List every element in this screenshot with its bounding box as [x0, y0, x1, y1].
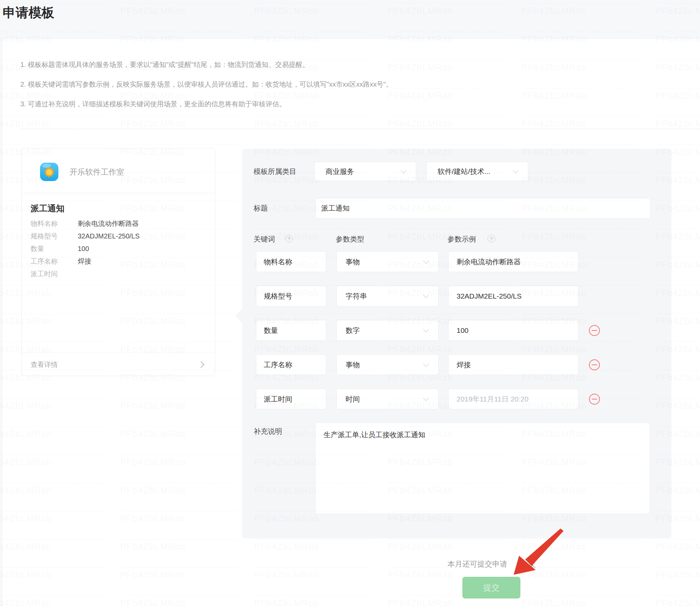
- field-label: 物料名称: [31, 219, 78, 228]
- remove-row-button[interactable]: [589, 325, 600, 336]
- view-detail-link[interactable]: 查看详情: [31, 353, 58, 376]
- keyword-input[interactable]: 规格型号: [256, 286, 326, 306]
- keyword-value: 数量: [264, 326, 278, 335]
- preview-field-row: 物料名称 剩余电流动作断路器: [31, 217, 207, 230]
- preview-field-row: 规格型号 32ADJM2EL-250/LS: [31, 230, 207, 243]
- chevron-down-icon: [423, 395, 429, 401]
- param-example-value: 剩余电流动作断路器: [457, 257, 521, 267]
- field-value: 100: [78, 245, 89, 253]
- field-label: 数量: [31, 244, 78, 253]
- param-type-value: 字符串: [346, 291, 367, 301]
- param-type-value: 时间: [346, 394, 360, 404]
- param-example-placeholder: 2019年11月11日 20:20: [457, 394, 529, 404]
- notes-textarea[interactable]: 生产派工单,让员工接收派工通知: [315, 423, 650, 514]
- keyword-input[interactable]: 物料名称: [256, 251, 326, 272]
- keyword-input[interactable]: 工序名称: [256, 354, 326, 375]
- param-type-value: 数字: [346, 326, 360, 335]
- field-label: 规格型号: [31, 232, 78, 241]
- param-example-value: 32ADJM2EL-250/LS: [457, 292, 521, 300]
- keyword-value: 工序名称: [264, 360, 292, 370]
- notes-value: 生产派工单,让员工接收派工通知: [324, 430, 425, 440]
- preview-field-row: 派工时间: [31, 268, 207, 280]
- param-type-select[interactable]: 事物: [336, 251, 439, 272]
- remove-row-button[interactable]: [589, 359, 600, 370]
- param-example-input[interactable]: 32ADJM2EL-250/LS: [448, 286, 578, 306]
- chevron-down-icon: [423, 326, 429, 332]
- field-label: 派工时间: [31, 269, 78, 279]
- param-example-input[interactable]: 焊接: [448, 354, 578, 375]
- card-divider: [22, 193, 215, 193]
- template-form-panel: 模板所属类目 商业服务 软件/建站/技术... 标题 派工通知 关键词 ? 参数…: [242, 149, 671, 538]
- preview-field-row: 工序名称 焊接: [31, 255, 207, 268]
- app-name: 开乐软件工作室: [70, 162, 124, 181]
- keyword-help-icon[interactable]: ?: [285, 235, 293, 243]
- chevron-down-icon: [513, 167, 519, 173]
- instruction-line-2: 2. 模板关键词需填写参数示例，反映实际服务场景，以便审核人员评估通过。如：收货…: [20, 80, 530, 89]
- param-example-value: 焊接: [457, 360, 471, 370]
- param-type-select[interactable]: 事物: [336, 354, 439, 375]
- param-type-select[interactable]: 字符串: [336, 286, 439, 306]
- app-logo-sun-icon: [40, 162, 59, 181]
- field-label: 工序名称: [31, 257, 78, 266]
- quota-text-prefix: 本月还可提交申请: [447, 559, 507, 570]
- notes-label: 补充说明: [254, 427, 282, 436]
- param-type-select[interactable]: 数字: [336, 320, 439, 341]
- quota-text-suffix: 次: [528, 559, 536, 570]
- page-title: 申请模板: [3, 4, 54, 21]
- page: 申请模板 1. 模板标题需体现具体的服务场景，要求以"通知"或"提醒"结尾，如：…: [0, 0, 700, 606]
- param-example-value: 100: [457, 326, 468, 335]
- panel-callout-notch: [235, 308, 242, 323]
- help-glyph: ?: [490, 236, 493, 242]
- param-type-column-header: 参数类型: [336, 234, 364, 244]
- title-label: 标题: [254, 198, 268, 218]
- chevron-down-icon: [401, 167, 407, 173]
- keyword-value: 规格型号: [264, 291, 292, 301]
- keyword-column-header: 关键词: [254, 234, 275, 244]
- title-input[interactable]: 派工通知: [315, 198, 650, 218]
- category-primary-select[interactable]: 商业服务: [314, 162, 416, 181]
- section-divider: [20, 129, 700, 129]
- category-secondary-value: 软件/建站/技术...: [438, 167, 490, 176]
- keyword-value: 物料名称: [264, 257, 292, 267]
- submit-button[interactable]: 提交: [462, 577, 520, 599]
- chevron-down-icon: [423, 292, 429, 298]
- param-example-input[interactable]: 剩余电流动作断路器: [448, 251, 578, 272]
- param-type-select[interactable]: 时间: [336, 389, 439, 409]
- param-example-input[interactable]: 2019年11月11日 20:20: [448, 389, 578, 409]
- template-preview-title: 派工通知: [31, 203, 65, 214]
- app-preview-card: 开乐软件工作室 派工通知 物料名称 剩余电流动作断路器 规格型号 32ADJM2…: [21, 148, 215, 376]
- category-secondary-select[interactable]: 软件/建站/技术...: [426, 162, 528, 181]
- instruction-line-1: 1. 模板标题需体现具体的服务场景，要求以"通知"或"提醒"结尾，如：物流到货通…: [20, 60, 530, 69]
- instruction-line-3: 3. 可通过补充说明，详细描述模板和关键词使用场景，更全面的信息将有助于审核评估…: [20, 100, 530, 108]
- keyword-value: 派工时间: [264, 394, 292, 404]
- param-type-value: 事物: [346, 257, 360, 267]
- preview-field-row: 数量 100: [31, 243, 207, 255]
- keyword-input[interactable]: 数量: [256, 320, 326, 341]
- help-glyph: ?: [288, 236, 290, 242]
- param-example-column-header: 参数示例: [447, 234, 476, 244]
- param-example-input[interactable]: 100: [448, 320, 578, 341]
- chevron-down-icon: [423, 258, 429, 264]
- template-preview-fields: 物料名称 剩余电流动作断路器 规格型号 32ADJM2EL-250/LS 数量 …: [31, 217, 207, 280]
- category-primary-value: 商业服务: [326, 167, 354, 176]
- title-input-value: 派工通知: [321, 203, 350, 213]
- field-value: 焊接: [78, 257, 91, 266]
- keyword-input[interactable]: 派工时间: [256, 389, 326, 409]
- category-label: 模板所属类目: [254, 162, 296, 181]
- remove-row-button[interactable]: [589, 394, 600, 405]
- example-help-icon[interactable]: ?: [487, 235, 495, 243]
- chevron-right-icon: [198, 361, 204, 368]
- chevron-down-icon: [423, 361, 429, 367]
- field-value: 32ADJM2EL-250/LS: [78, 232, 140, 240]
- param-type-value: 事物: [346, 360, 360, 370]
- field-value: 剩余电流动作断路器: [78, 219, 139, 228]
